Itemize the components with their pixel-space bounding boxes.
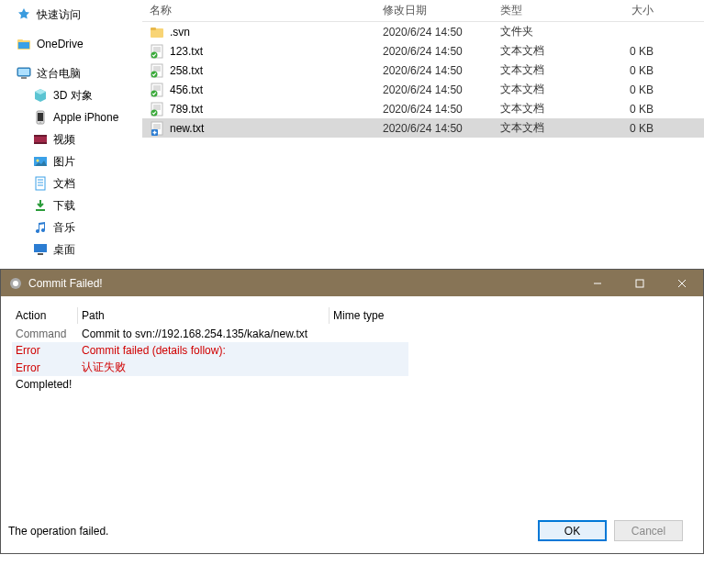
sidebar-item[interactable]: OneDrive — [0, 33, 142, 55]
log-mime — [330, 333, 403, 335]
file-date: 2020/6/24 14:50 — [383, 45, 500, 58]
file-date: 2020/6/24 14:50 — [383, 103, 500, 116]
file-row[interactable]: 258.txt2020/6/24 14:50文本文档0 KB — [142, 61, 704, 80]
log-action: Completed! — [12, 377, 78, 392]
file-name: 258.txt — [170, 64, 383, 77]
sidebar-item-label: 桌面 — [53, 242, 75, 258]
file-size: 0 KB — [600, 45, 676, 58]
commit-failed-dialog: Commit Failed! Action Path Mime type Com… — [0, 269, 704, 554]
file-date: 2020/6/24 14:50 — [383, 122, 500, 135]
file-type: 文本文档 — [500, 43, 600, 59]
dialog-titlebar[interactable]: Commit Failed! — [1, 270, 703, 296]
log-mime — [330, 367, 403, 369]
log-row[interactable]: CommandCommit to svn://192.168.254.135/k… — [12, 326, 408, 342]
log-mime — [330, 349, 403, 351]
minimize-button[interactable] — [576, 270, 619, 296]
tortoise-svn-icon — [8, 276, 23, 291]
cancel-button: Cancel — [614, 520, 683, 541]
file-row[interactable]: new.txt2020/6/24 14:50文本文档0 KB — [142, 118, 704, 138]
file-type: 文件夹 — [500, 24, 600, 39]
file-type: 文本文档 — [500, 62, 600, 78]
file-type: 文本文档 — [500, 101, 600, 116]
log-row[interactable]: Completed! — [12, 376, 408, 393]
sidebar-item[interactable]: 这台电脑 — [0, 62, 142, 84]
log-mime — [330, 383, 403, 385]
file-list-header: 名称 修改日期 类型 大小 — [142, 0, 704, 22]
sidebar: 快速访问OneDrive这台电脑3D 对象Apple iPhone视频图片文档下… — [0, 0, 142, 269]
file-size: 0 KB — [600, 103, 676, 116]
file-date: 2020/6/24 14:50 — [383, 83, 500, 96]
svg-rect-35 — [636, 280, 643, 287]
column-header-size[interactable]: 大小 — [600, 3, 676, 18]
log-header-mime[interactable]: Mime type — [330, 307, 403, 324]
file-row[interactable]: 789.txt2020/6/24 14:50文本文档0 KB — [142, 99, 704, 118]
log-action: Error — [12, 361, 78, 375]
file-name: 789.txt — [170, 103, 383, 116]
file-explorer: 快速访问OneDrive这台电脑3D 对象Apple iPhone视频图片文档下… — [0, 0, 704, 269]
file-row[interactable]: 123.txt2020/6/24 14:50文本文档0 KB — [142, 41, 704, 61]
log-row[interactable]: ErrorCommit failed (details follow): — [12, 342, 408, 359]
log-row[interactable]: Error认证失败 — [12, 359, 408, 376]
file-view: 名称 修改日期 类型 大小 .svn2020/6/24 14:50文件夹123.… — [142, 0, 704, 269]
status-text: The operation failed. — [8, 525, 538, 538]
sidebar-item-label: 文档 — [53, 176, 75, 192]
sidebar-item-label: 下载 — [53, 198, 75, 214]
close-button[interactable] — [661, 270, 703, 296]
maximize-button[interactable] — [619, 270, 661, 296]
file-size: 0 KB — [600, 64, 676, 77]
column-header-type[interactable]: 类型 — [500, 3, 600, 18]
column-header-date[interactable]: 修改日期 — [383, 3, 500, 18]
file-row[interactable]: .svn2020/6/24 14:50文件夹 — [142, 22, 704, 41]
log-header-path[interactable]: Path — [78, 307, 330, 324]
sidebar-item[interactable]: 图片 — [0, 150, 142, 172]
file-name: 123.txt — [170, 45, 383, 58]
sidebar-item-label: 快速访问 — [37, 7, 81, 23]
sidebar-item[interactable]: 文档 — [0, 172, 142, 194]
column-header-name[interactable]: 名称 — [142, 3, 383, 18]
sidebar-item-label: 这台电脑 — [37, 66, 81, 82]
file-type: 文本文档 — [500, 82, 600, 97]
file-name: 456.txt — [170, 83, 383, 96]
file-name: new.txt — [170, 122, 383, 135]
sidebar-item[interactable]: 3D 对象 — [0, 84, 142, 106]
svg-point-33 — [13, 281, 18, 286]
ok-button[interactable]: OK — [538, 520, 607, 541]
log-path — [78, 383, 330, 385]
sidebar-item-label: 视频 — [53, 132, 75, 148]
sidebar-item[interactable]: 桌面 — [0, 239, 142, 261]
file-size: 0 KB — [600, 83, 676, 96]
sidebar-item-label: OneDrive — [37, 38, 84, 50]
log-path: Commit to svn://192.168.254.135/kaka/new… — [78, 327, 330, 341]
log-action: Error — [12, 343, 78, 358]
file-list: .svn2020/6/24 14:50文件夹123.txt2020/6/24 1… — [142, 22, 704, 138]
sidebar-item[interactable]: 快速访问 — [0, 4, 142, 26]
sidebar-item-label: 音乐 — [53, 220, 75, 236]
dialog-title: Commit Failed! — [28, 277, 576, 290]
sidebar-item[interactable]: 视频 — [0, 128, 142, 150]
sidebar-item-label: 3D 对象 — [53, 88, 93, 104]
sidebar-item[interactable]: 音乐 — [0, 216, 142, 239]
log-header-action[interactable]: Action — [12, 307, 78, 324]
log-table: Action Path Mime type CommandCommit to s… — [12, 305, 408, 393]
sidebar-item[interactable]: 下载 — [0, 194, 142, 216]
file-name: .svn — [170, 26, 383, 39]
sidebar-item-label: Apple iPhone — [53, 111, 118, 124]
log-path: Commit failed (details follow): — [78, 343, 330, 358]
log-action: Command — [12, 327, 78, 341]
file-date: 2020/6/24 14:50 — [383, 64, 500, 77]
sidebar-item-label: 图片 — [53, 154, 75, 170]
file-date: 2020/6/24 14:50 — [383, 26, 500, 39]
log-header: Action Path Mime type — [12, 305, 408, 326]
file-size: 0 KB — [600, 122, 676, 135]
file-row[interactable]: 456.txt2020/6/24 14:50文本文档0 KB — [142, 80, 704, 99]
file-type: 文本文档 — [500, 120, 600, 136]
log-path: 认证失败 — [78, 359, 330, 376]
sidebar-item[interactable]: Apple iPhone — [0, 106, 142, 128]
